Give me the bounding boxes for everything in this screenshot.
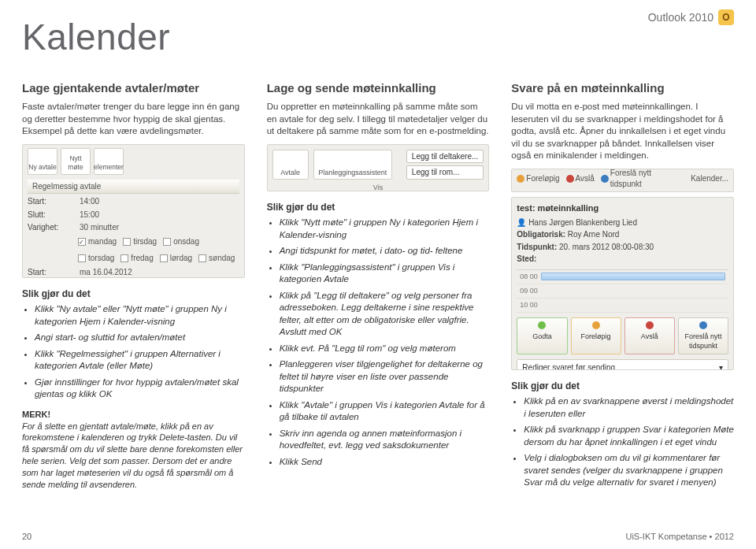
time-1000: 10 00 [520, 300, 538, 310]
ribbon-avtale: Avtale [272, 150, 309, 180]
ribbon-ny-avtale: Ny avtale [28, 148, 57, 175]
col2-step: Klikk evt. På "Legg til rom" og velg møt… [280, 343, 490, 355]
ribbon-forelopig: Foreløpig [526, 173, 559, 184]
col2-step: Klikk "Nytt møte" i gruppen Ny i kategor… [280, 217, 490, 241]
btn-foresla: Foreslå nytt tidspunkt [678, 317, 728, 354]
ribbon-elementer: elementer [94, 148, 124, 175]
col2-step: Planleggeren viser tilgjengelighet for d… [280, 358, 490, 395]
ribbon-planlegging: Planleggingsassistent [313, 150, 392, 180]
col1-slik-title: Slik gjør du det [22, 287, 245, 300]
day-fredag: fredag [131, 253, 153, 264]
ribbon-vis-screenshot: Avtale Planleggingsassistent Legg til de… [267, 144, 490, 191]
range-start-label: Start: [28, 267, 75, 278]
day-lordag: lørdag [170, 253, 192, 264]
chk-onsdag [163, 238, 171, 246]
col2-step: Klikk på "Legg til deltakere" og velg pe… [280, 290, 490, 339]
decline-icon [566, 175, 574, 183]
col1-step: Gjør innstillinger for hvor hyppig avtal… [35, 377, 245, 401]
outlook-icon: O [718, 9, 734, 25]
day-sondag: søndag [209, 253, 235, 264]
col3-step: Velg i dialogboksen om du vil gi komment… [524, 452, 734, 489]
meeting-tidspunkt: 20. mars 2012 08:00-08:30 [559, 243, 654, 251]
tidspunkt-label: Tidspunkt: [517, 243, 557, 251]
chk-lordag [160, 254, 168, 262]
tentative-icon [592, 321, 600, 329]
chk-tirsdag [123, 238, 131, 246]
merk-body: For å slette en gjentatt avtale/møte, kl… [22, 421, 243, 489]
response-ribbon-screenshot: Foreløpig Avslå Foreslå nytt tidspunkt K… [511, 169, 734, 192]
column-send-invite: Lage og sende møteinnkalling Du opprette… [267, 80, 490, 493]
time-0800: 08 00 [520, 272, 538, 281]
meeting-title: test: møteinnkalling [517, 202, 728, 214]
col2-step: Skriv inn agenda og annen møteinformasjo… [280, 428, 490, 452]
day-tirsdag: tirsdag [133, 236, 157, 247]
dlg-slutt-label: Slutt: [28, 210, 75, 221]
col1-steps: Klikk "Ny avtale" eller "Nytt møte" i gr… [22, 303, 245, 401]
btn-avsla-label: Avslå [641, 332, 658, 340]
chk-fredag [120, 254, 128, 262]
col2-intro: Du oppretter en møteinnkalling på samme … [267, 101, 490, 138]
col1-heading: Lage gjentakende avtaler/møter [22, 80, 245, 96]
col3-heading: Svare på en møteinnkalling [511, 80, 734, 96]
sted-label: Sted: [517, 254, 536, 263]
dlg-varighet-value: 30 minutter [80, 222, 119, 233]
meeting-reading-pane-screenshot: test: møteinnkalling 👤 Hans Jørgen Blank… [511, 197, 734, 370]
col3-step: Klikk på en av svarknappene øverst i mel… [524, 395, 734, 420]
propose-icon [601, 175, 609, 183]
ribbon-nytt-mote: Nytt møte [61, 148, 91, 175]
col3-steps: Klikk på en av svarknappene øverst i mel… [511, 395, 734, 489]
chevron-down-icon: ▾ [719, 362, 723, 370]
ribbon-group-vis: Vis [272, 183, 484, 191]
btn-forelopig-label: Foreløpig [581, 332, 611, 340]
day-torsdag: torsdag [88, 253, 114, 264]
btn-godta-label: Godta [532, 332, 552, 340]
dropdown-label: Rediger svaret før sending [522, 362, 615, 370]
response-dropdown: Rediger svaret før sending ▾ [517, 359, 728, 370]
chk-torsdag [78, 254, 86, 262]
meeting-obligatorisk: Roy Arne Nord [568, 230, 620, 239]
col2-step: Klikk "Avtale" i gruppen Vis i kategorie… [280, 399, 490, 424]
dlg-varighet-label: Varighet: [28, 222, 75, 233]
footer-credit: UiS-IKT Kompetanse • 2012 [625, 531, 734, 543]
btn-foresla-label: Foreslå nytt tidspunkt [684, 332, 721, 350]
btn-legg-deltakere: Legg til deltakere... [406, 150, 484, 164]
obligatorisk-label: Obligatorisk: [517, 230, 565, 239]
tentative-icon [517, 175, 524, 183]
col2-step: Klikk Send [280, 456, 490, 469]
btn-avsla: Avslå [624, 317, 675, 354]
dlg-start-value: 14:00 [80, 196, 99, 207]
dlg-start-label: Start: [28, 196, 75, 207]
ribbon-avsla: Avslå [576, 173, 595, 184]
header-app-label: Outlook 2010 O [648, 9, 734, 25]
chk-mandag [78, 238, 86, 246]
btn-godta: Godta [517, 317, 567, 354]
decline-icon [646, 321, 654, 329]
day-onsdag: onsdag [173, 236, 199, 247]
column-respond: Svare på en møteinnkalling Du vil motta … [511, 80, 734, 493]
ribbon-foresla: Foreslå nytt tidspunkt [610, 169, 684, 190]
merk-title: MERK! [22, 410, 50, 419]
col2-heading: Lage og sende møteinnkalling [267, 80, 490, 96]
col2-slik-title: Slik gjør du det [267, 201, 490, 213]
col2-step: Angi tidspunkt for møtet, i dato- og tid… [280, 245, 490, 258]
accept-icon [538, 321, 546, 329]
dialog-titlebar: Regelmessig avtale [28, 180, 239, 195]
btn-legg-rom: Legg til rom... [406, 165, 484, 180]
page-number: 20 [22, 531, 32, 543]
day-mandag: mandag [88, 236, 117, 247]
chk-sondag [198, 254, 206, 262]
col3-intro: Du vil motta en e-post med møteinnkallin… [511, 101, 734, 162]
col1-intro: Faste avtaler/møter trenger du bare legg… [22, 101, 245, 138]
col1-merk: MERK! For å slette en gjentatt avtale/mø… [22, 409, 245, 491]
time-0900: 09 00 [520, 286, 538, 295]
meeting-from: Hans Jørgen Blankenberg Lied [528, 218, 637, 227]
col1-step: Klikk "Regelmessighet" i gruppen Alterna… [35, 348, 245, 373]
col2-steps: Klikk "Nytt møte" i gruppen Ny i kategor… [267, 217, 490, 468]
page-title: Kalender [22, 13, 734, 61]
app-name: Outlook 2010 [648, 10, 713, 25]
column-recurring: Lage gjentakende avtaler/møter Faste avt… [22, 80, 245, 493]
recurrence-dialog-screenshot: Ny avtale Nytt møte elementer Regelmessi… [22, 144, 245, 278]
dlg-slutt-value: 15:00 [80, 210, 99, 221]
col3-slik-title: Slik gjør du det [511, 380, 734, 392]
col1-step: Klikk "Ny avtale" eller "Nytt møte" i gr… [35, 303, 245, 328]
